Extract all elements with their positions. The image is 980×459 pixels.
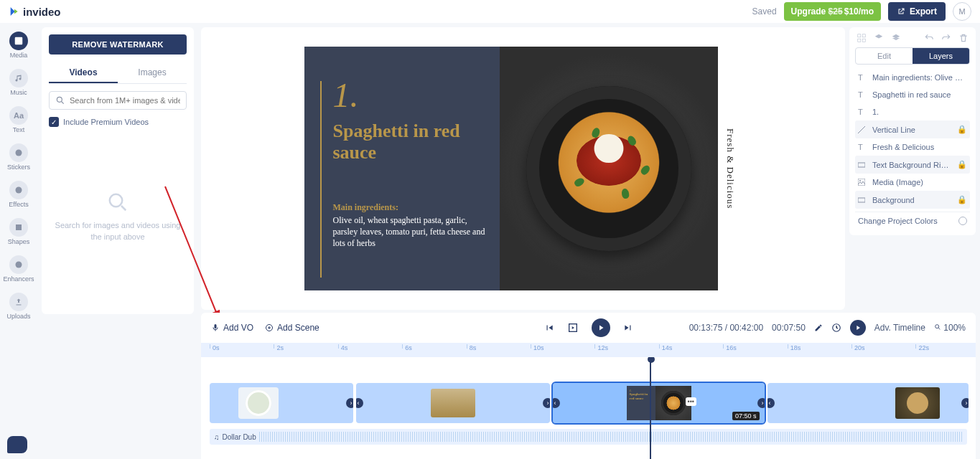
slide-vertical-line (320, 81, 322, 278)
svg-line-14 (858, 126, 865, 133)
rail-item-shapes[interactable]: Shapes (8, 218, 30, 245)
rail-label-uploads: Uploads (6, 313, 30, 320)
play-button[interactable] (592, 318, 610, 337)
layer-row[interactable]: Media (Image) (855, 174, 970, 191)
premium-checkbox[interactable]: ✓ (49, 117, 59, 127)
audio-track-name: Dollar Dub (223, 433, 256, 441)
layer-row[interactable]: TFresh & Delicious (855, 138, 970, 156)
add-scene-button[interactable]: Add Scene (265, 323, 319, 333)
svg-point-4 (16, 262, 22, 268)
rail-item-music[interactable]: Music (9, 69, 28, 96)
rp-tab-layers[interactable]: Layers (913, 48, 969, 64)
ruler-tick: 8s (467, 344, 477, 349)
clip-handle-icon[interactable]: › (961, 398, 969, 408)
tab-videos[interactable]: Videos (49, 63, 118, 83)
add-vo-button[interactable]: Add VO (211, 323, 253, 333)
project-colors-label: Change Project Colors (858, 217, 938, 225)
layer-row[interactable]: TMain ingredients: Olive oil, ... (855, 69, 970, 86)
rail-item-effects[interactable]: Effects (9, 181, 28, 208)
tab-images[interactable]: Images (118, 63, 187, 83)
pencil-icon[interactable] (814, 323, 823, 332)
layer-row[interactable]: TSpaghetti in red sauce (855, 86, 970, 103)
svg-point-22 (935, 325, 939, 328)
timeline-clip[interactable]: › (210, 383, 353, 423)
ruler-tick: 0s (210, 344, 220, 349)
trash-icon[interactable] (958, 33, 969, 43)
text-layer-icon: T (858, 108, 867, 116)
undo-icon[interactable] (924, 33, 934, 43)
app-name: invideo (23, 6, 61, 18)
search-field-wrapper[interactable] (49, 91, 187, 110)
layer-row[interactable]: T1. (855, 103, 970, 120)
frame-icon[interactable] (567, 322, 579, 333)
slide-number[interactable]: 1. (333, 75, 485, 115)
export-icon (897, 7, 905, 16)
media-icon (14, 36, 24, 46)
upgrade-button[interactable]: Upgrade $25$10/mo (784, 2, 881, 21)
media-panel: REMOVE WATERMARK Videos Images ✓ Include… (42, 27, 194, 314)
history-icon[interactable] (831, 323, 841, 333)
clip-handle-icon[interactable]: › (543, 398, 550, 408)
rail-item-uploads[interactable]: Uploads (6, 293, 30, 320)
svg-point-5 (57, 97, 62, 102)
rail-label-stickers: Stickers (7, 164, 30, 171)
add-scene-label: Add Scene (277, 323, 319, 333)
grid-icon[interactable] (857, 33, 867, 43)
search-icon (55, 95, 65, 105)
search-input[interactable] (70, 96, 180, 105)
slide-preview[interactable]: 1. Spaghetti in red sauce Main ingredien… (304, 47, 742, 290)
layer-label: Fresh & Delicious (872, 143, 967, 151)
playhead[interactable] (650, 357, 651, 459)
rail-item-enhancers[interactable]: Enhancers (3, 255, 34, 283)
rp-tab-edit[interactable]: Edit (856, 48, 913, 64)
clip-duration-badge: 07:50 s (732, 412, 760, 420)
app-logo[interactable]: invideo (9, 6, 61, 18)
svg-rect-10 (858, 34, 861, 37)
svg-rect-12 (858, 39, 861, 42)
remove-watermark-button[interactable]: REMOVE WATERMARK (49, 34, 187, 55)
skip-next-icon[interactable] (623, 323, 633, 333)
layers-stack-icon[interactable] (891, 33, 901, 43)
upgrade-strike: $25 (829, 6, 843, 16)
layer-up-icon[interactable] (874, 33, 884, 43)
svg-line-8 (121, 206, 126, 210)
chat-bubble-button[interactable] (7, 436, 27, 453)
export-button[interactable]: Export (888, 2, 946, 21)
layer-label: Spaghetti in red sauce (872, 90, 967, 99)
ingredients-text[interactable]: Olive oil, wheat spaghetti pasta, garlic… (333, 214, 485, 250)
rail-item-text[interactable]: AaText (9, 106, 28, 133)
clip-handle-icon[interactable]: › (757, 398, 765, 408)
clip-handle-icon[interactable]: › (346, 398, 353, 408)
timeline-clip[interactable]: ‹ › (767, 383, 969, 423)
timeline-area: Add VO Add Scene 00:13:75 / 00:42:00 00:… (201, 313, 976, 459)
layer-label: Vertical Line (872, 126, 951, 134)
canvas[interactable]: 1. Spaghetti in red sauce Main ingredien… (201, 27, 845, 310)
layer-row[interactable]: Text Background Right🔒 (855, 156, 970, 174)
redo-icon[interactable] (941, 33, 951, 43)
layer-row[interactable]: Vertical Line🔒 (855, 120, 970, 138)
music-icon (14, 74, 23, 82)
adv-timeline-toggle[interactable]: Adv. Timeline (874, 323, 925, 333)
upgrade-prefix: Upgrade (791, 6, 829, 16)
color-circle-icon (958, 217, 967, 225)
audio-track[interactable]: ♫ Dollar Dub (210, 429, 967, 445)
project-colors-button[interactable]: Change Project Colors (855, 212, 970, 230)
rail-label-shapes: Shapes (8, 238, 30, 245)
timeline-clip[interactable]: ‹ › (356, 383, 550, 423)
ingredients-label[interactable]: Main ingredients: (333, 202, 485, 213)
rail-item-stickers[interactable]: Stickers (7, 143, 30, 171)
skip-prev-icon[interactable] (544, 323, 554, 333)
user-avatar[interactable]: M (953, 2, 971, 21)
slide-right-bar[interactable]: Fresh & Delicious (718, 47, 742, 290)
timeline-clip-selected[interactable]: 1.Spaghetti inred sauce ‹ › 07:50 s ••• (553, 383, 765, 423)
layer-row[interactable]: Background🔒 (855, 191, 970, 209)
scene-duration: 00:07:50 (772, 323, 806, 333)
slide-title[interactable]: Spaghetti in red sauce (333, 120, 485, 164)
clip-ellipsis-icon[interactable]: ••• (686, 397, 696, 406)
rail-item-media[interactable]: Media (9, 32, 28, 59)
zoom-display[interactable]: 100% (934, 323, 966, 333)
timeline-ruler[interactable]: 0s2s4s6s8s10s12s14s16s18s20s22s (201, 343, 976, 357)
play-all-button[interactable] (850, 320, 866, 336)
slide-media[interactable] (500, 47, 718, 290)
timeline-body[interactable]: › ‹ › 1.Spaghetti inred sauce ‹ › 07:50 … (201, 357, 976, 459)
